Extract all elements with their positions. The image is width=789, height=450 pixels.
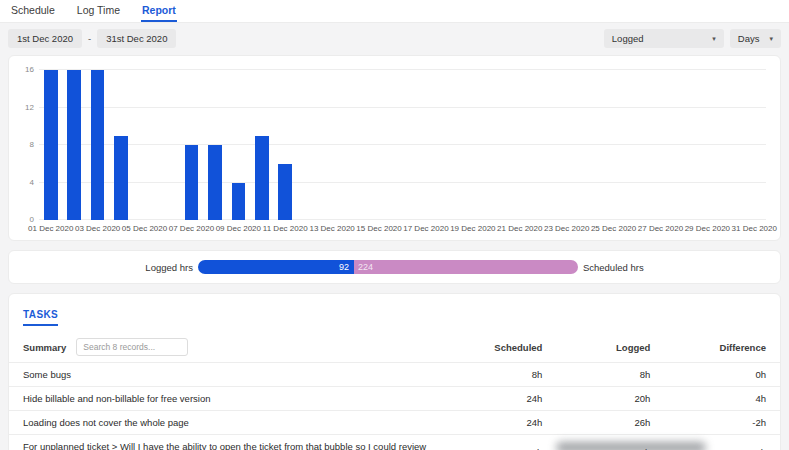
x-axis-tick-label: 13 Dec 2020 <box>309 225 354 233</box>
progress-logged-segment: 92 <box>198 260 354 274</box>
granularity-select-value: Days <box>738 33 760 44</box>
tab-log-time[interactable]: Log Time <box>76 0 121 22</box>
search-input[interactable] <box>76 338 188 356</box>
tab-report[interactable]: Report <box>141 0 177 22</box>
bar-slot <box>625 70 648 220</box>
bar-slot <box>250 70 273 220</box>
task-row[interactable]: Hide billable and non-billable for free … <box>9 387 780 411</box>
bar-slot <box>344 70 367 220</box>
date-from-button[interactable]: 1st Dec 2020 <box>8 29 82 48</box>
bar-slot <box>391 70 414 220</box>
date-range-separator: - <box>88 33 91 44</box>
bar-slot <box>602 70 625 220</box>
bar-slot <box>743 70 766 220</box>
metric-select[interactable]: Logged ▾ <box>604 29 724 48</box>
granularity-select[interactable]: Days ▾ <box>730 29 781 48</box>
tasks-card: TASKS Summary Scheduled Logged Differenc… <box>8 293 781 450</box>
task-cell-scheduled: 24h <box>441 387 557 411</box>
y-axis-tick-label: 0 <box>17 216 34 224</box>
bar-slot <box>719 70 742 220</box>
tasks-title[interactable]: TASKS <box>23 309 58 326</box>
progress-right-label: Scheduled hrs <box>583 262 644 273</box>
bar-slot <box>649 70 672 220</box>
bar-slot <box>109 70 132 220</box>
bar-slot <box>578 70 601 220</box>
bar-slot <box>86 70 109 220</box>
task-cell-summary: Some bugs <box>9 363 441 387</box>
task-cell-summary: Loading does not cover the whole page <box>9 411 441 435</box>
bar-slot <box>227 70 250 220</box>
chart-bar[interactable] <box>44 70 58 220</box>
chart-bar[interactable] <box>91 70 105 220</box>
y-axis-tick-label: 16 <box>17 66 34 74</box>
bar-slot <box>508 70 531 220</box>
x-axis-tick-label: 03 Dec 2020 <box>75 225 120 233</box>
bar-slot <box>438 70 461 220</box>
filter-bar: 1st Dec 2020 - 31st Dec 2020 Logged ▾ Da… <box>0 23 789 55</box>
x-axis-tick-label: 29 Dec 2020 <box>685 225 730 233</box>
chevron-down-icon: ▾ <box>769 35 773 43</box>
metric-select-value: Logged <box>612 33 644 44</box>
x-axis-tick-label: 01 Dec 2020 <box>28 225 73 233</box>
tasks-table: Summary Scheduled Logged Difference Some… <box>9 332 780 450</box>
x-axis-tick-label: 31 Dec 2020 <box>732 225 777 233</box>
task-cell-logged: 8h <box>556 363 664 387</box>
column-header-scheduled[interactable]: Scheduled <box>441 332 557 363</box>
x-axis-tick-label: 07 Dec 2020 <box>169 225 214 233</box>
bar-slot <box>156 70 179 220</box>
x-axis-tick-label: 19 Dec 2020 <box>450 225 495 233</box>
task-cell-summary: Hide billable and non-billable for free … <box>9 387 441 411</box>
chart-bar[interactable] <box>255 136 269 220</box>
x-axis-tick-label: 05 Dec 2020 <box>122 225 167 233</box>
task-row[interactable]: Some bugs8h8h0h <box>9 363 780 387</box>
progress-scheduled-segment: 224 <box>354 260 578 274</box>
date-to-button[interactable]: 31st Dec 2020 <box>97 29 176 48</box>
tasks-title-row: TASKS <box>9 304 780 326</box>
bar-slot <box>133 70 156 220</box>
x-axis-tick-label: 25 Dec 2020 <box>591 225 636 233</box>
bar-slot <box>180 70 203 220</box>
bar-slot <box>414 70 437 220</box>
task-cell-scheduled: 40h <box>441 435 557 450</box>
bar-slot <box>672 70 695 220</box>
chart-bar[interactable] <box>232 183 246 221</box>
bar-slot <box>203 70 226 220</box>
y-axis-tick-label: 12 <box>17 104 34 112</box>
x-axis-tick-label: 27 Dec 2020 <box>638 225 683 233</box>
bar-slot <box>297 70 320 220</box>
task-cell-difference: 4h <box>664 387 780 411</box>
chart-bar[interactable] <box>185 145 199 220</box>
bar-slot <box>367 70 390 220</box>
horizontal-scrollbar-thumb[interactable] <box>556 442 706 450</box>
summary-header-label: Summary <box>23 342 66 353</box>
chart-bar[interactable] <box>114 136 128 220</box>
report-page: { "tabs": [ {"label": "Schedule", "activ… <box>0 0 789 450</box>
chart-bar[interactable] <box>278 164 292 220</box>
chart-card: 0481216 01 Dec 202003 Dec 202005 Dec 202… <box>8 55 781 241</box>
x-axis-tick-label: 15 Dec 2020 <box>356 225 401 233</box>
task-cell-scheduled: 24h <box>441 411 557 435</box>
progress-bar: 92 224 <box>198 260 578 274</box>
column-header-logged[interactable]: Logged <box>556 332 664 363</box>
bar-slot <box>532 70 555 220</box>
tasks-header-row: Summary Scheduled Logged Difference <box>9 332 780 363</box>
task-cell-scheduled: 8h <box>441 363 557 387</box>
task-row[interactable]: Loading does not cover the whole page24h… <box>9 411 780 435</box>
x-axis-tick-label: 09 Dec 2020 <box>216 225 261 233</box>
progress-logged-value: 92 <box>339 263 349 272</box>
column-header-summary: Summary <box>9 332 441 363</box>
x-axis-tick-label: 11 Dec 2020 <box>263 225 308 233</box>
task-cell-logged: 20h <box>556 387 664 411</box>
task-cell-summary: For unplanned ticket > Will I have the a… <box>9 435 441 450</box>
date-range: 1st Dec 2020 - 31st Dec 2020 <box>8 29 176 48</box>
bar-slot <box>555 70 578 220</box>
chart-bar[interactable] <box>67 70 81 220</box>
progress-card: Logged hrs 92 224 Scheduled hrs <box>8 250 781 284</box>
chart-bar[interactable] <box>208 145 222 220</box>
progress-scheduled-value: 224 <box>358 263 373 272</box>
tab-schedule[interactable]: Schedule <box>10 0 56 22</box>
chevron-down-icon: ▾ <box>712 35 716 43</box>
chart-x-labels: 01 Dec 202003 Dec 202005 Dec 202007 Dec … <box>39 220 766 236</box>
task-cell-difference: -2h <box>664 411 780 435</box>
column-header-difference[interactable]: Difference <box>664 332 780 363</box>
